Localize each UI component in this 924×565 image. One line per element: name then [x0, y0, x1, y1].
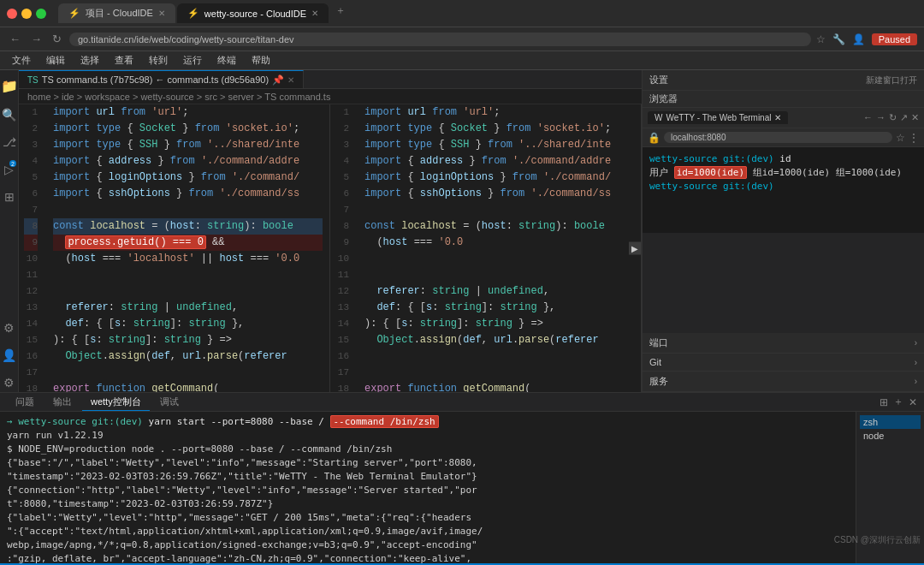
- terminal-area[interactable]: → wetty-source git:(dev) yarn start --po…: [0, 412, 856, 563]
- terminal-split-icon[interactable]: ⊞: [880, 396, 888, 408]
- bottom-tab-problems[interactable]: 问题: [7, 394, 43, 410]
- menu-edit[interactable]: 编辑: [39, 52, 72, 68]
- term-bottom-line-1: → wetty-source git:(dev) yarn start --po…: [7, 415, 849, 429]
- tl-red[interactable]: [7, 9, 17, 19]
- browser-forward-icon[interactable]: →: [876, 112, 886, 123]
- section-git-chevron: ›: [915, 358, 917, 367]
- bottom-tab-wetty[interactable]: wetty控制台: [82, 394, 150, 411]
- menu-select[interactable]: 选择: [74, 52, 106, 68]
- nav-back-icon[interactable]: ←: [7, 33, 23, 45]
- file-tab-pin-icon[interactable]: 📌: [272, 74, 284, 86]
- browser-refresh-icon[interactable]: ↻: [889, 112, 897, 123]
- sidebar-explorer-icon[interactable]: 📁: [0, 75, 21, 97]
- section-git-header[interactable]: Git ›: [643, 354, 924, 371]
- editor-right-scroll[interactable]: 1234567 891011 121314151617 18192021 imp…: [330, 104, 641, 392]
- bottom-panel: 问题 输出 wetty控制台 调试 ⊞ ＋ ✕ → wetty-source g…: [0, 392, 924, 563]
- new-terminal-btn[interactable]: 新建窗口打开: [866, 74, 917, 86]
- right-panel: 设置 新建窗口打开 浏览器 W WeTTY - The Web Terminal…: [642, 70, 924, 392]
- menu-run[interactable]: 运行: [176, 52, 209, 68]
- menu-goto[interactable]: 转到: [142, 52, 175, 68]
- terminal-close-icon[interactable]: ✕: [909, 396, 917, 408]
- menu-help[interactable]: 帮助: [245, 52, 277, 68]
- bottom-content: → wetty-source git:(dev) yarn start --po…: [0, 412, 924, 563]
- tab-close-icon-2[interactable]: ✕: [311, 9, 318, 18]
- tab-close-icon[interactable]: ✕: [158, 9, 165, 18]
- bottom-tabs: 问题 输出 wetty控制台 调试 ⊞ ＋ ✕: [0, 393, 924, 412]
- section-port-chevron: ›: [915, 338, 917, 348]
- file-tab-command[interactable]: TS TS command.ts (7b75c98) ← command.ts …: [19, 70, 304, 88]
- browser-close-icon[interactable]: ✕: [911, 112, 919, 123]
- tab-add-icon[interactable]: ＋: [330, 3, 351, 23]
- panel-actions: 新建窗口打开: [866, 74, 917, 86]
- tl-yellow[interactable]: [21, 9, 32, 19]
- editor-area: TS TS command.ts (7b75c98) ← command.ts …: [19, 70, 642, 392]
- browser-open-icon[interactable]: ↗: [900, 112, 908, 123]
- browser-back-icon[interactable]: ←: [863, 112, 873, 123]
- terminal-list-zsh[interactable]: zsh: [860, 415, 921, 429]
- term-bottom-line-10: webp,image/apng,*/*;q=0.8,application/si…: [7, 538, 849, 552]
- sidebar-settings-icon[interactable]: ⚙: [1, 373, 17, 392]
- section-port-label: 端口: [649, 336, 668, 349]
- extension-icon[interactable]: 🔧: [832, 33, 845, 45]
- terminal-add-icon[interactable]: ＋: [893, 395, 903, 409]
- url-bar[interactable]: go.titanide.cn/ide/web/coding/wetty-sour…: [69, 33, 811, 46]
- breadcrumb-text: home > ide > workspace > wetty-source > …: [27, 92, 330, 102]
- section-services-chevron: ›: [915, 377, 917, 386]
- notif-badge: 2: [9, 160, 16, 167]
- tab-wetty[interactable]: ⚡ wetty-source - CloudIDE ✕: [177, 3, 329, 23]
- paused-badge: Paused: [872, 33, 917, 45]
- term-bottom-line-7: t":8080,"timestamp":"2023-02-03T03:26:59…: [7, 497, 849, 511]
- tab-project[interactable]: ⚡ 项目 - CloudIDE ✕: [58, 3, 175, 23]
- wetty-tab-label: WeTTY - The Web Terminal: [666, 113, 771, 122]
- browser-label: 浏览器: [649, 92, 678, 105]
- editor-left-scroll[interactable]: 1234567 891011 121314151617 18192021 imp…: [19, 104, 329, 392]
- tab-icon-2: ⚡: [187, 8, 199, 19]
- section-port-header[interactable]: 端口 ›: [643, 333, 924, 353]
- menu-file[interactable]: 文件: [5, 52, 38, 68]
- section-git-label: Git: [649, 357, 661, 367]
- sidebar-extensions-icon[interactable]: ⊞: [2, 187, 17, 206]
- term-bottom-line-11: :"gzip, deflate, br","accept-language":"…: [7, 552, 849, 563]
- right-sections: 端口 › Git › 服务 ›: [643, 333, 924, 392]
- editor-right: ▶ 1234567 891011 121314151617 18192021 i…: [330, 104, 642, 392]
- sidebar: 📁 🔍 ⎇ ▷ 2 ⊞ ⚙ 👤 ⚙: [0, 70, 19, 392]
- sidebar-account-icon[interactable]: 👤: [0, 346, 19, 365]
- more-icon[interactable]: ⋮: [909, 132, 919, 144]
- nav-icons: ☆ 🔧 👤 Paused: [816, 33, 917, 45]
- tl-green[interactable]: [36, 9, 46, 19]
- nav-forward-icon[interactable]: →: [28, 33, 44, 45]
- menu-terminal[interactable]: 终端: [210, 52, 243, 68]
- terminal-list-node[interactable]: node: [860, 429, 921, 443]
- bottom-tab-debug[interactable]: 调试: [151, 394, 187, 410]
- url-small[interactable]: localhost:8080: [664, 132, 892, 143]
- nav-refresh-icon[interactable]: ↻: [50, 33, 64, 45]
- menu-bar: 文件 编辑 选择 查看 转到 运行 终端 帮助: [0, 51, 924, 70]
- sidebar-remote-icon[interactable]: ⚙: [1, 318, 17, 337]
- scroll-right-btn[interactable]: ▶: [629, 242, 641, 255]
- secure-icon: 🔒: [648, 132, 660, 144]
- browser-nav-small: 🔒 localhost:8080 ☆ ⋮: [643, 128, 924, 147]
- file-tab-close-icon[interactable]: ✕: [287, 75, 294, 85]
- sidebar-git-icon[interactable]: ⎇: [0, 133, 19, 152]
- browser-nav: ← → ↻ go.titanide.cn/ide/web/coding/wett…: [0, 27, 924, 51]
- bottom-tab-output[interactable]: 输出: [44, 394, 80, 410]
- wetty-tab-close-icon[interactable]: ✕: [774, 113, 781, 122]
- breadcrumb: home > ide > workspace > wetty-source > …: [19, 89, 642, 104]
- browser-sub-tab[interactable]: W WeTTY - The Web Terminal ✕: [648, 111, 788, 124]
- account-icon[interactable]: 👤: [852, 33, 865, 45]
- tab-label: 项目 - CloudIDE: [86, 7, 153, 20]
- bookmark-icon[interactable]: ☆: [816, 33, 826, 45]
- star-icon[interactable]: ☆: [896, 132, 905, 144]
- browser-sub-panel: 浏览器 W WeTTY - The Web Terminal ✕ ← → ↻ ↗…: [643, 91, 924, 333]
- sidebar-debug-icon[interactable]: ▷ 2: [2, 160, 16, 179]
- main-layout: 📁 🔍 ⎇ ▷ 2 ⊞ ⚙ 👤 ⚙ TS TS command.ts (7b75…: [0, 70, 924, 392]
- browser-chrome: ⚡ 项目 - CloudIDE ✕ ⚡ wetty-source - Cloud…: [0, 0, 924, 27]
- browser-sub-toolbar: W WeTTY - The Web Terminal ✕ ← → ↻ ↗ ✕: [643, 108, 924, 128]
- tab-icon: ⚡: [68, 8, 80, 19]
- term-bottom-line-2: yarn run v1.22.19: [7, 429, 849, 443]
- section-services-header[interactable]: 服务 ›: [643, 372, 924, 391]
- section-services: 服务 ›: [643, 372, 924, 392]
- menu-view[interactable]: 查看: [108, 52, 140, 68]
- browser-terminal-output: wetty-source git:(dev) id 用户 id=1000(ide…: [643, 147, 924, 233]
- sidebar-search-icon[interactable]: 🔍: [0, 105, 19, 124]
